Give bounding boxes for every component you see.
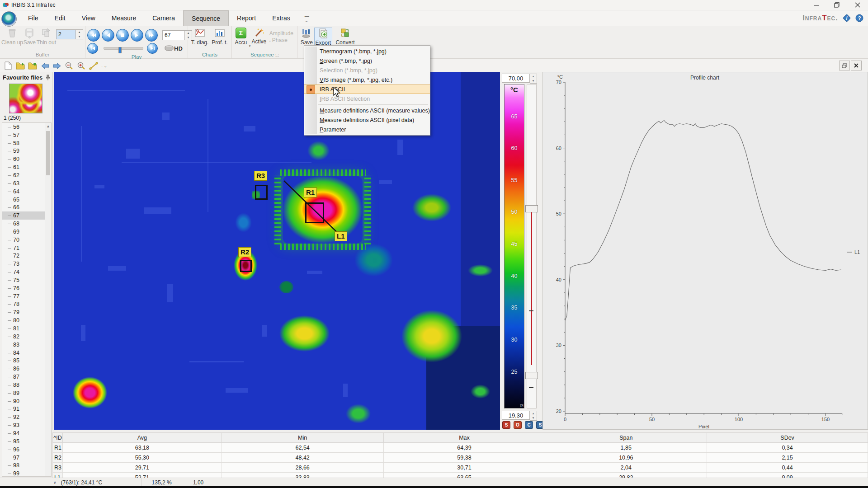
frame-list-item[interactable]: 85 (2, 357, 51, 365)
spinner-up-icon[interactable]: ▲ (530, 74, 537, 79)
frame-list-item[interactable]: 78 (2, 300, 51, 309)
frame-list-item[interactable]: 58 (2, 139, 51, 147)
menu-item-extras[interactable]: Extras (264, 10, 298, 26)
status-chevron-icon[interactable]: ∨ (53, 480, 57, 485)
table-row[interactable]: R163,1862,5464,391,850,34 (53, 443, 868, 453)
buffer-spinner[interactable]: 2 ▲▼ (56, 29, 83, 39)
frame-list-item[interactable]: 72 (2, 252, 51, 260)
buffer-save-button[interactable]: Save (23, 28, 37, 46)
scale-min-value[interactable]: 19,30 (502, 411, 530, 420)
next-button[interactable] (52, 61, 61, 70)
stop-button[interactable] (116, 29, 129, 42)
menu-item-view[interactable]: View (74, 10, 104, 26)
frame-list-item[interactable]: 83 (2, 341, 51, 349)
scroll-up-icon[interactable]: ▲ (45, 123, 51, 129)
frame-list-item[interactable]: 80 (2, 316, 51, 324)
export-menu-item[interactable]: Thermogram (*.bmp, *.jpg) (304, 47, 430, 56)
frame-list-item[interactable]: 67 (2, 211, 51, 220)
table-header[interactable]: Max (383, 433, 545, 443)
table-header[interactable]: Min (222, 433, 383, 443)
frame-list-item[interactable]: 62 (2, 171, 51, 179)
table-header[interactable]: Avg (62, 433, 222, 443)
play-button[interactable] (131, 29, 143, 42)
thin-out-button[interactable]: Thin out (37, 28, 56, 46)
palette-button-c[interactable]: C (525, 421, 533, 429)
frame-list-item[interactable]: 65 (2, 196, 51, 204)
buffer-spinner-arrows[interactable]: ▲▼ (76, 29, 83, 39)
color-scale-gradient[interactable]: °C ◲ 656055504540353025 (504, 84, 524, 408)
frame-list-item[interactable]: 98 (2, 461, 51, 469)
profile-tool-button[interactable]: Prof. t. (210, 28, 230, 46)
new-file-button[interactable] (4, 61, 13, 70)
help-icon[interactable]: ? (855, 14, 863, 22)
scale-max-value[interactable]: 70,00 (502, 74, 530, 83)
frame-list-item[interactable]: 69 (2, 228, 51, 236)
skip-end-button[interactable] (145, 29, 158, 42)
line-tool-button[interactable] (89, 61, 98, 70)
region-rect-r1[interactable] (305, 202, 324, 223)
frame-list-item[interactable]: 66 (2, 203, 51, 211)
frame-list-item[interactable]: 57 (2, 131, 51, 139)
frame-list-item[interactable]: 93 (2, 421, 51, 429)
scale-lower-thumb[interactable] (525, 372, 538, 379)
zoom-out-button[interactable] (65, 61, 74, 70)
measurement-table[interactable]: ^IDAvgMinMaxSpanSDevR163,1862,5464,391,8… (52, 432, 868, 483)
scrollbar-thumb[interactable] (46, 131, 50, 175)
frame-list-item[interactable]: 96 (2, 446, 51, 454)
frame-number[interactable]: 67 (162, 30, 185, 40)
menu-item-edit[interactable]: Edit (47, 10, 74, 26)
scale-range-slider[interactable] (527, 84, 537, 408)
frame-list-item[interactable]: 89 (2, 389, 51, 397)
export-menu-item[interactable]: Screen (*.bmp, *.jpg) (304, 56, 430, 66)
frame-list-item[interactable]: 71 (2, 244, 51, 252)
frame-list-item[interactable]: 88 (2, 381, 51, 389)
frame-list-item[interactable]: 84 (2, 349, 51, 357)
spinner-up-icon[interactable]: ▲ (530, 411, 537, 416)
clean-up-button[interactable]: Clean up (2, 28, 23, 46)
save-button[interactable]: Save (299, 28, 314, 46)
scale-max-spinner[interactable]: 70,00 ▲▼ (502, 74, 537, 83)
menu-item-measure[interactable]: Measure (104, 10, 144, 26)
frame-list-item[interactable]: 73 (2, 260, 51, 268)
frame-list-item[interactable]: 59 (2, 147, 51, 155)
frame-list-item[interactable]: 76 (2, 284, 51, 292)
frame-list-item[interactable]: 56 (2, 123, 51, 131)
frame-list-item[interactable]: 61 (2, 163, 51, 171)
menu-item-file[interactable]: File (20, 10, 47, 26)
loop-start-button[interactable] (87, 43, 98, 54)
info-icon[interactable]: i (843, 14, 851, 22)
frame-list-item[interactable]: 95 (2, 437, 51, 446)
region-rect-r3[interactable] (255, 185, 268, 200)
frame-list-item[interactable]: 63 (2, 179, 51, 188)
frame-list-item[interactable]: 86 (2, 365, 51, 373)
export-menu-item[interactable]: Measure definitions ASCII (measure value… (304, 106, 430, 115)
region-label-r1[interactable]: R1 (304, 188, 317, 197)
previous-button[interactable] (40, 61, 49, 70)
toolbar-more-icon[interactable]: · ⌄ (101, 64, 107, 68)
open-file-button[interactable] (16, 61, 25, 70)
region-label-r2[interactable]: R2 (238, 247, 251, 257)
spinner-down-icon[interactable]: ▼ (530, 79, 537, 83)
application-button[interactable] (1, 11, 17, 27)
palette-button-o[interactable]: O (514, 421, 522, 429)
zoom-in-button[interactable] (77, 61, 86, 70)
region-rect-r2[interactable] (240, 260, 252, 272)
favourite-thumbnail[interactable] (9, 84, 42, 113)
float-panel-button[interactable] (839, 61, 850, 70)
export-menu-item[interactable]: VIS image (*.bmp, *.jpg, etc.) (304, 75, 430, 84)
frame-list-item[interactable]: 99 (2, 469, 51, 477)
frame-list-item[interactable]: 87 (2, 373, 51, 381)
frame-list-item[interactable]: 74 (2, 268, 51, 276)
slider-thumb[interactable] (118, 47, 122, 53)
ribbon-collapse-icon[interactable]: ▬⌄ (305, 13, 309, 23)
frame-list-item[interactable]: 64 (2, 188, 51, 196)
spinner-up-icon[interactable]: ▲ (76, 30, 83, 34)
frame-list-item[interactable]: 82 (2, 333, 51, 341)
step-back-button[interactable] (102, 29, 114, 42)
accu-dropdown-caret[interactable]: ▾ (249, 44, 251, 52)
frame-list-scrollbar[interactable]: ▲ (45, 123, 51, 476)
table-header[interactable]: SDev (707, 433, 868, 443)
menu-item-camera[interactable]: Camera (144, 10, 183, 26)
thermal-image[interactable]: R3 R1 L1 R2 (54, 72, 500, 430)
frame-list-item[interactable]: 75 (2, 276, 51, 284)
